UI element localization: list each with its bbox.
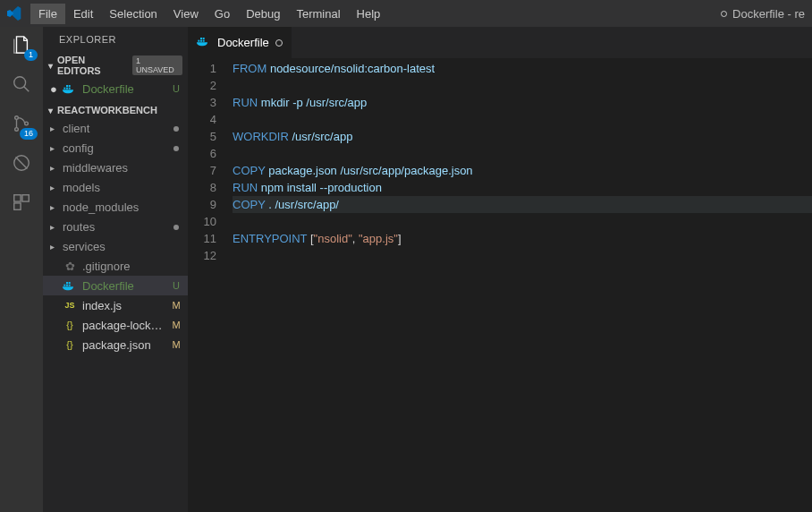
folder-item[interactable]: ▸ client — [43, 118, 188, 138]
workspace-header[interactable]: ▾ REACTWORKBENCH — [43, 102, 188, 118]
chevron-right-icon: ▸ — [50, 124, 57, 133]
menu-terminal[interactable]: Terminal — [288, 4, 348, 24]
code-line[interactable] — [233, 213, 812, 230]
open-editors-header[interactable]: ▾ OPEN EDITORS 1 UNSAVED — [43, 52, 188, 79]
folder-item[interactable]: ▸ routes — [43, 217, 188, 236]
sidebar: EXPLORER ▾ OPEN EDITORS 1 UNSAVED ● Dock… — [43, 27, 188, 512]
chevron-right-icon: ▸ — [50, 183, 57, 192]
code-content[interactable]: FROM nodesource/nsolid:carbon-latestRUN … — [233, 60, 812, 512]
file-label: Dockerfile — [82, 279, 165, 293]
line-number: 7 — [188, 162, 216, 179]
code-line[interactable] — [233, 145, 812, 162]
svg-rect-19 — [200, 40, 202, 42]
activity-search[interactable] — [9, 72, 34, 97]
menu-file[interactable]: File — [30, 4, 65, 24]
window-title: Dockerfile - re — [721, 7, 805, 21]
scm-badge: 16 — [20, 128, 38, 140]
folder-item[interactable]: ▸ middlewares — [43, 158, 188, 177]
folder-item[interactable]: ▸ services — [43, 236, 188, 256]
svg-rect-11 — [66, 85, 68, 87]
svg-rect-15 — [69, 285, 71, 286]
activity-extensions[interactable] — [9, 190, 34, 215]
line-number: 3 — [188, 94, 216, 111]
code-line[interactable] — [233, 77, 812, 94]
svg-rect-13 — [63, 285, 65, 286]
file-item[interactable]: ✿ .gitignore — [43, 256, 188, 276]
file-label: package.json — [82, 338, 165, 352]
dirty-indicator-icon — [275, 39, 283, 47]
search-icon — [12, 74, 31, 94]
file-item[interactable]: JS index.js M — [43, 295, 188, 315]
open-editor-item[interactable]: ● Dockerfile U — [43, 79, 188, 98]
folder-label: models — [63, 181, 165, 194]
modified-dot — [170, 142, 182, 153]
workspace-label: REACTWORKBENCH — [57, 105, 157, 115]
file-item[interactable]: {} package.json M — [43, 335, 188, 354]
svg-point-0 — [14, 77, 26, 89]
menu-selection[interactable]: Selection — [101, 4, 165, 24]
chevron-down-icon: ▾ — [48, 106, 53, 115]
chevron-right-icon: ▸ — [50, 202, 57, 212]
code-line[interactable]: COPY package.json /usr/src/app/package.j… — [233, 162, 812, 179]
chevron-right-icon: ▸ — [50, 163, 57, 173]
line-number: 9 — [188, 196, 216, 213]
code-line[interactable] — [233, 111, 812, 128]
menu-bar: FileEditSelectionViewGoDebugTerminalHelp — [30, 4, 388, 24]
file-item[interactable]: {} package-lock.json M — [43, 315, 188, 335]
chevron-right-icon: ▸ — [50, 222, 57, 232]
folder-label: config — [63, 141, 165, 155]
svg-rect-7 — [14, 203, 21, 209]
folder-label: services — [63, 240, 165, 253]
svg-rect-12 — [69, 85, 71, 87]
code-line[interactable]: FROM nodesource/nsolid:carbon-latest — [233, 60, 812, 77]
file-item[interactable]: Dockerfile U — [43, 276, 188, 295]
chevron-down-icon: ▾ — [48, 61, 53, 71]
activity-bar: 1 16 — [0, 27, 43, 512]
code-line[interactable]: WORKDIR /usr/src/app — [233, 128, 812, 145]
svg-rect-18 — [198, 40, 199, 42]
menu-edit[interactable]: Edit — [65, 4, 101, 24]
file-label: index.js — [82, 299, 165, 312]
menu-go[interactable]: Go — [207, 4, 238, 24]
folder-item[interactable]: ▸ config — [43, 138, 188, 158]
tab-label: Dockerfile — [217, 36, 269, 49]
json-icon: {} — [63, 320, 77, 330]
code-line[interactable] — [233, 247, 812, 264]
folder-label: node_modules — [63, 201, 165, 214]
title-bar: FileEditSelectionViewGoDebugTerminalHelp… — [0, 0, 812, 27]
line-gutter: 123456789101112 — [188, 60, 233, 512]
extensions-icon — [12, 192, 31, 212]
modified-dot — [170, 123, 182, 133]
svg-rect-20 — [203, 40, 205, 42]
code-line[interactable]: RUN npm install --production — [233, 179, 812, 196]
vscode-logo-icon — [7, 6, 21, 21]
dirty-dot-icon: ● — [50, 82, 57, 96]
window-title-text: Dockerfile - re — [732, 7, 805, 21]
code-line[interactable]: RUN mkdir -p /usr/src/app — [233, 94, 812, 111]
line-number: 6 — [188, 145, 216, 162]
activity-debug[interactable] — [9, 150, 34, 175]
code-line[interactable]: COPY . /usr/src/app/ — [233, 196, 812, 213]
svg-rect-9 — [66, 88, 68, 90]
json-icon: {} — [63, 339, 77, 350]
folder-item[interactable]: ▸ node_modules — [43, 197, 188, 217]
chevron-right-icon: ▸ — [50, 143, 57, 153]
svg-rect-14 — [66, 285, 68, 286]
menu-view[interactable]: View — [165, 4, 207, 24]
svg-rect-10 — [69, 88, 71, 90]
line-number: 2 — [188, 77, 216, 94]
activity-scm[interactable]: 16 — [9, 111, 34, 136]
gear-icon: ✿ — [63, 260, 77, 273]
menu-help[interactable]: Help — [349, 4, 389, 24]
code-line[interactable]: ENTRYPOINT ["nsolid", "app.js"] — [233, 230, 812, 247]
menu-debug[interactable]: Debug — [238, 4, 288, 24]
activity-explorer[interactable]: 1 — [9, 32, 34, 57]
folder-item[interactable]: ▸ models — [43, 177, 188, 197]
folder-label: middlewares — [63, 161, 165, 175]
editor-tab[interactable]: Dockerfile — [188, 27, 292, 58]
docker-icon — [63, 83, 77, 94]
svg-rect-17 — [69, 282, 71, 284]
file-label: .gitignore — [82, 260, 165, 273]
code-editor[interactable]: 123456789101112 FROM nodesource/nsolid:c… — [188, 58, 812, 512]
line-number: 4 — [188, 111, 216, 128]
